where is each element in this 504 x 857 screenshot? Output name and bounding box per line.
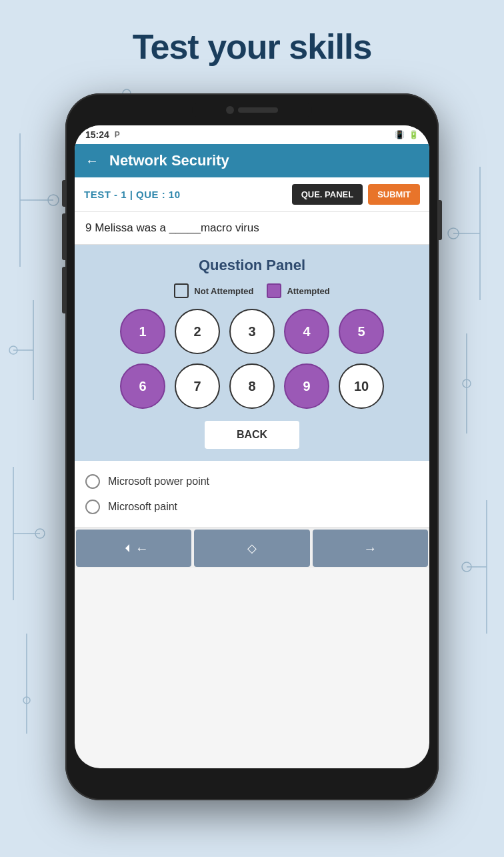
- volume-up-button: [62, 180, 65, 207]
- svg-point-2: [48, 195, 59, 205]
- question-num-9[interactable]: 9: [284, 363, 329, 409]
- front-camera: [226, 106, 234, 114]
- svg-point-10: [23, 697, 30, 704]
- legend-attempted: Attempted: [267, 283, 329, 298]
- volume-down-button: [62, 213, 65, 260]
- battery-icon: 🔋: [409, 130, 419, 139]
- back-button[interactable]: ←: [85, 153, 99, 169]
- radio-2[interactable]: [85, 500, 100, 514]
- attempted-label: Attempted: [287, 286, 329, 296]
- carrier-icon: P: [115, 130, 120, 139]
- back-btn-container: BACK: [84, 421, 420, 449]
- svg-point-18: [462, 562, 471, 572]
- question-num-1[interactable]: 1: [120, 309, 165, 354]
- svg-point-8: [35, 529, 45, 538]
- bottom-nav: ← ◇ →: [75, 528, 429, 568]
- test-info-bar: Test - 1 | Que : 10 QUE. PANEL SUBMIT: [75, 177, 429, 212]
- question-num-6[interactable]: 6: [120, 363, 165, 409]
- question-text: 9 Melissa was a _____macro virus: [75, 212, 429, 245]
- question-num-5[interactable]: 5: [339, 309, 384, 354]
- option-2-label: Microsoft paint: [108, 501, 177, 513]
- number-grid: 1 2 3 4 5 6 7 8 9 10: [84, 309, 420, 409]
- question-num-8[interactable]: 8: [229, 363, 275, 409]
- status-left: 15:24 P: [85, 129, 120, 140]
- svg-point-15: [463, 379, 471, 387]
- question-num-3[interactable]: 3: [229, 309, 275, 354]
- question-num-4[interactable]: 4: [284, 309, 329, 354]
- status-bar: 15:24 P 📳 🔋: [75, 125, 429, 144]
- radio-1[interactable]: [85, 474, 100, 489]
- status-right: 📳 🔋: [395, 130, 419, 139]
- question-panel: Question Panel Not Attempted Attempted: [75, 245, 429, 461]
- test-buttons: QUE. PANEL SUBMIT: [292, 184, 420, 205]
- number-row-1: 1 2 3 4 5: [120, 309, 384, 354]
- app-header-title: Network Security: [109, 152, 229, 169]
- clear-button[interactable]: ◇: [194, 530, 309, 567]
- attempted-box: [267, 283, 281, 298]
- phone-screen: 15:24 P 📳 🔋 ← Network Security Test - 1 …: [75, 125, 429, 768]
- panel-title: Question Panel: [84, 257, 420, 274]
- silent-switch: [62, 267, 65, 313]
- option-1-label: Microsoft power point: [108, 476, 209, 488]
- status-time: 15:24: [85, 129, 109, 140]
- next-icon: →: [363, 541, 377, 556]
- legend: Not Attempted Attempted: [84, 283, 420, 298]
- vibrate-icon: 📳: [395, 130, 405, 139]
- question-panel-button[interactable]: QUE. PANEL: [292, 184, 363, 205]
- test-label: Test - 1 | Que : 10: [84, 189, 181, 200]
- number-row-2: 6 7 8 9 10: [120, 363, 384, 409]
- page-title: Test your skills: [0, 27, 504, 67]
- prev-icon: [119, 540, 135, 556]
- option-2[interactable]: Microsoft paint: [85, 494, 419, 520]
- answer-options: Microsoft power point Microsoft paint: [75, 461, 429, 528]
- prev-button[interactable]: ←: [76, 530, 191, 567]
- option-1[interactable]: Microsoft power point: [85, 469, 419, 494]
- next-button[interactable]: →: [313, 530, 428, 567]
- question-num-2[interactable]: 2: [175, 309, 220, 354]
- back-panel-button[interactable]: BACK: [205, 421, 299, 449]
- svg-point-13: [448, 228, 459, 239]
- svg-point-5: [9, 346, 17, 354]
- legend-not-attempted: Not Attempted: [174, 283, 253, 298]
- phone-device: 15:24 P 📳 🔋 ← Network Security Test - 1 …: [65, 93, 439, 800]
- clear-icon: ◇: [247, 541, 257, 556]
- question-num-10[interactable]: 10: [339, 363, 384, 409]
- power-button: [439, 200, 442, 240]
- earpiece-speaker: [238, 107, 278, 113]
- not-attempted-box: [174, 283, 189, 298]
- not-attempted-label: Not Attempted: [194, 286, 253, 296]
- app-header: ← Network Security: [75, 144, 429, 177]
- phone-shell: 15:24 P 📳 🔋 ← Network Security Test - 1 …: [65, 93, 439, 800]
- phone-notch: [192, 103, 312, 117]
- question-num-7[interactable]: 7: [175, 363, 220, 409]
- submit-button[interactable]: SUBMIT: [368, 184, 420, 205]
